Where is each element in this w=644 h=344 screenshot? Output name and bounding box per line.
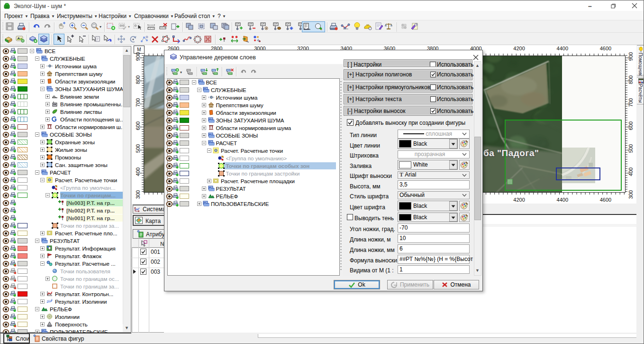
svg-text:‹: ‹ [208,95,209,100]
svg-text:›: › [213,95,214,100]
